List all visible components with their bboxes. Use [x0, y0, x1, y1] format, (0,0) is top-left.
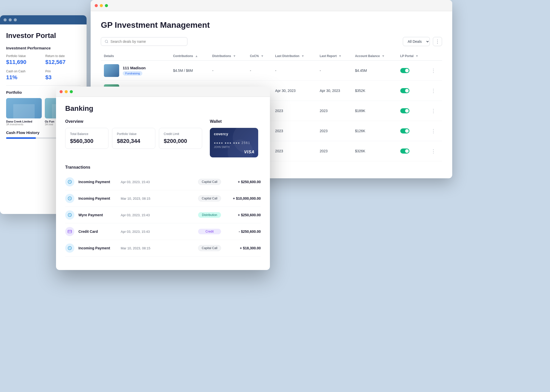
portfolio-value-card: Portfolio Value $820,344: [112, 128, 155, 149]
investor-portal-title: Investor Portal: [6, 32, 80, 40]
deal-account-balance: $352K: [352, 81, 397, 101]
transaction-row: Incoming Payment Mar 10, 2023, 08:15 Cap…: [65, 190, 261, 207]
deal-details-cell: 111 Madison Fundraising: [101, 61, 170, 81]
banking-dot-yellow[interactable]: [65, 90, 68, 93]
return-to-date-label: Return to date: [45, 54, 80, 58]
banking-overview: Overview Total Balance $560,300 Portfoli…: [65, 119, 202, 157]
gp-dot-red[interactable]: [95, 4, 98, 7]
deal-lp-portal: [397, 101, 428, 121]
gp-dot-green[interactable]: [105, 4, 108, 7]
transaction-row: Wyre Payment Apr 03, 2023, 15:43 Distrib…: [65, 207, 261, 223]
transaction-row: Incoming Payment Mar 10, 2023, 08:15 Cap…: [65, 240, 261, 256]
deal-account-balance: $126K: [352, 121, 397, 141]
lp-portal-toggle[interactable]: [400, 88, 409, 93]
deal-row-more: ⋮: [428, 101, 442, 121]
transaction-badge: Capital Call: [198, 179, 221, 185]
row-more-button[interactable]: ⋮: [431, 108, 436, 114]
svg-point-0: [105, 40, 108, 43]
col-distributions: Distributions ▼: [209, 52, 247, 61]
lp-sort-icon[interactable]: ▼: [415, 54, 418, 58]
transaction-amount: + $250,600.00: [225, 213, 261, 217]
transaction-date: Apr 03, 2023, 15:43: [121, 180, 194, 184]
transaction-badge: Capital Call: [198, 245, 221, 251]
performance-section-title: Investment Performance: [6, 46, 80, 50]
col-last-distribution: Last Distribution ▼: [272, 52, 317, 61]
window-dot-1: [4, 18, 7, 21]
deal-last-report: Apr 30, 2023: [317, 81, 352, 101]
lp-portal-toggle[interactable]: [400, 108, 409, 113]
contributions-sort-icon[interactable]: ▲: [195, 54, 198, 58]
transaction-amount: + $250,600.00: [225, 180, 261, 184]
deal-last-report: -: [317, 61, 352, 81]
gp-toolbar: All Deals ⋮: [101, 37, 442, 46]
principal-amount: $3: [45, 74, 80, 81]
table-row: 111 Madison Fundraising $4.5M / $6M - - …: [101, 61, 442, 81]
deal-row-more: ⋮: [428, 61, 442, 81]
lp-portal-toggle[interactable]: [400, 68, 409, 73]
deal-last-report: 2023: [317, 101, 352, 121]
transaction-name: Incoming Payment: [78, 180, 117, 184]
col-actions: [428, 52, 442, 61]
row-more-button[interactable]: ⋮: [431, 148, 436, 154]
card-network: VISA: [244, 150, 255, 154]
row-more-button[interactable]: ⋮: [431, 68, 436, 73]
row-more-button[interactable]: ⋮: [431, 128, 436, 134]
search-input[interactable]: [111, 39, 184, 44]
lp-portal-toggle[interactable]: [400, 128, 409, 133]
transaction-date: Mar 10, 2023, 08:15: [121, 246, 194, 250]
banking-content: Banking Overview Total Balance $560,300 …: [56, 97, 270, 270]
portfolio-img-1: [6, 98, 42, 118]
all-deals-filter[interactable]: All Deals: [403, 37, 430, 46]
principal-item: Prin $3: [45, 70, 80, 81]
col-lp-portal: LP Portal ▼: [397, 52, 428, 61]
deal-row-more: ⋮: [428, 121, 442, 141]
transaction-row: Incoming Payment Apr 03, 2023, 15:43 Cap…: [65, 174, 261, 190]
row-more-button[interactable]: ⋮: [431, 88, 436, 93]
coc-sort-icon[interactable]: ▼: [261, 54, 264, 58]
distributions-sort-icon[interactable]: ▼: [233, 54, 236, 58]
banking-dot-red[interactable]: [60, 90, 63, 93]
deal-distributions: -: [209, 61, 247, 81]
deal-image: [104, 64, 119, 77]
last-dist-sort-icon[interactable]: ▼: [301, 54, 304, 58]
transaction-amount: + $10,000,000.00: [225, 196, 261, 200]
gp-titlebar: [91, 0, 452, 11]
gp-search-box[interactable]: [101, 37, 187, 46]
deal-name: 111 Madison: [123, 66, 146, 70]
banking-window: Banking Overview Total Balance $560,300 …: [56, 87, 270, 270]
deal-lp-portal: [397, 141, 428, 161]
overview-cards: Total Balance $560,300 Portfolio Value $…: [65, 128, 202, 149]
last-report-sort-icon[interactable]: ▼: [339, 54, 342, 58]
divider-1: [6, 85, 80, 86]
transactions-title: Transactions: [65, 165, 261, 170]
total-balance-label: Total Balance: [70, 132, 104, 136]
portfolio-value-label: Portfolio Value: [117, 132, 150, 136]
cash-on-cash-amount: 11%: [6, 74, 41, 81]
banking-titlebar: [56, 87, 270, 97]
portfolio-item-1[interactable]: Dana Creek Limited 3A investments: [6, 98, 42, 126]
col-coc: CoC% ▼: [247, 52, 272, 61]
cash-on-cash-label: Cash on Cash: [6, 70, 41, 73]
transaction-icon: [65, 227, 74, 236]
portfolio-value-item: Portfolio Value $11,690: [6, 54, 41, 65]
portfolio-value-value: $820,344: [117, 138, 150, 144]
deal-account-balance: $4.45M: [352, 61, 397, 81]
transaction-icon: [65, 244, 74, 253]
transaction-badge: Credit: [198, 229, 221, 234]
transaction-icon: [65, 194, 74, 203]
deal-lp-portal: [397, 61, 428, 81]
col-details: Details: [101, 52, 170, 61]
transaction-name: Incoming Payment: [78, 196, 117, 200]
lp-portal-toggle[interactable]: [400, 148, 409, 154]
balance-sort-icon[interactable]: ▼: [382, 54, 385, 58]
return-to-date-item: Return to date $12,567: [45, 54, 80, 65]
banking-dot-green[interactable]: [70, 90, 73, 93]
deal-row-more: ⋮: [428, 141, 442, 161]
portfolio-value-label: Portfolio Value: [6, 54, 41, 58]
svg-rect-5: [68, 230, 72, 233]
deal-badge: Fundraising: [123, 71, 142, 76]
banking-main-grid: Overview Total Balance $560,300 Portfoli…: [65, 119, 261, 157]
gp-dot-yellow[interactable]: [100, 4, 103, 7]
more-options-button[interactable]: ⋮: [433, 37, 442, 46]
deal-last-distribution: -: [272, 61, 317, 81]
